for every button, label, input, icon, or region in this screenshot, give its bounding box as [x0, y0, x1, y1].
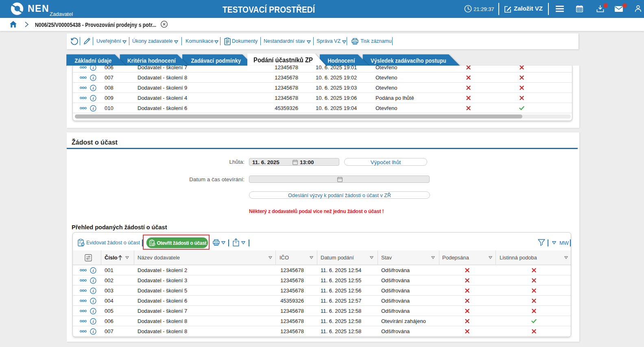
- svg-text:Kritéria hodnocení: Kritéria hodnocení: [127, 57, 176, 64]
- svg-text:i: i: [92, 288, 94, 293]
- svg-text:i: i: [92, 268, 94, 273]
- svg-text:i: i: [92, 75, 94, 80]
- svg-text:i: i: [92, 329, 94, 334]
- svg-text:i: i: [92, 309, 94, 314]
- svg-text:Podání účastníků ZP: Podání účastníků ZP: [253, 57, 313, 64]
- svg-text:i: i: [92, 278, 94, 283]
- svg-text:i: i: [92, 299, 94, 303]
- svg-text:i: i: [92, 96, 94, 101]
- svg-text:i: i: [92, 66, 94, 70]
- svg-text:Základní údaje: Základní údaje: [75, 57, 112, 64]
- svg-text:Zadávací podmínky: Zadávací podmínky: [191, 57, 242, 64]
- svg-text:i: i: [92, 106, 94, 111]
- svg-text:i: i: [92, 86, 94, 90]
- svg-text:Hodnocení: Hodnocení: [328, 57, 356, 64]
- svg-text:Výsledek zadávacího postupu: Výsledek zadávacího postupu: [371, 57, 446, 64]
- svg-text:i: i: [92, 319, 94, 324]
